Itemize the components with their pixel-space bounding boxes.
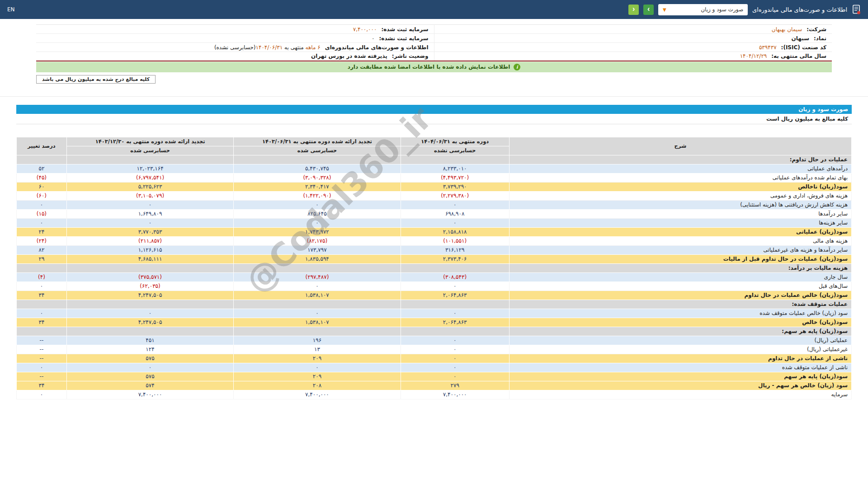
row-value xyxy=(401,155,509,164)
row-value: ۱۳ xyxy=(234,345,401,354)
row-value: ۰ xyxy=(234,218,401,227)
row-value: ۵۷۵ xyxy=(66,372,233,381)
table-row: ناشی از عملیات در حال تداوم۰۲۰۹۵۷۵-- xyxy=(17,354,852,363)
col-subheader-audited-2: حسابرسی شده xyxy=(66,146,233,155)
statement-title-bar: صورت سود و زیان xyxy=(16,105,852,114)
table-row: سایر هزینه‌ها۰۰۰۰ xyxy=(17,218,852,227)
table-row: درآمدهای عملیاتی۸,۲۳۳,۰۱۰۵,۴۳۰,۷۴۵۱۲,۰۲۳… xyxy=(17,164,852,173)
info-value: ۰ xyxy=(372,35,374,42)
info-cell: وضعیت ناشر:پذیرفته شده در بورس تهران xyxy=(36,52,434,61)
row-value: (۸۲,۱۷۵) xyxy=(234,236,401,245)
row-value: (۴,۴۹۳,۷۲۰) xyxy=(401,173,509,182)
info-value: پذیرفته شده در بورس تهران xyxy=(311,53,387,59)
row-value: ۱۹۶ xyxy=(234,336,401,345)
row-change-value xyxy=(17,327,67,336)
prev-report-button[interactable]: ‹ xyxy=(628,5,639,15)
row-value: ۶۹۸,۹۰۸ xyxy=(401,209,509,218)
col-header-period-yearend-restated: تجدید ارائه شده دوره منتهی به ۱۴۰۳/۱۲/۳۰ xyxy=(66,137,233,146)
row-value: ۸,۲۳۳,۰۱۰ xyxy=(401,164,509,173)
statement-table-body: عملیات در حال تداوم:درآمدهای عملیاتی۸,۲۳… xyxy=(17,155,852,399)
row-value: ۰ xyxy=(401,363,509,372)
row-value xyxy=(401,327,509,336)
col-header-period-current: دوره منتهی به ۱۴۰۴/۰۶/۳۱ xyxy=(401,137,509,146)
statement-unit-note: کلیه مبالغ به میلیون ریال است xyxy=(16,114,852,124)
row-value: ۰ xyxy=(234,200,401,209)
row-label: درآمدهای عملیاتی xyxy=(509,164,851,173)
table-row: سود(زیان) عملیات در حال تداوم قبل از مال… xyxy=(17,254,852,263)
row-value: ۴,۲۴۷,۵۰۵ xyxy=(66,318,233,327)
row-change-value: (۶۰) xyxy=(17,191,67,200)
col-header-description: شرح xyxy=(509,137,851,155)
table-row: سود(زیان) خالص عملیات در حال تداوم۲,۰۶۴,… xyxy=(17,291,852,300)
row-value: ۰ xyxy=(401,336,509,345)
row-label: عملیاتی (ریال) xyxy=(509,336,851,345)
row-value: (۲,۲۷۹,۳۸۰) xyxy=(401,191,509,200)
info-label: سال مالی منتهی به: xyxy=(771,53,826,59)
row-label: سرمایه xyxy=(509,390,851,399)
row-label: بهای تمام شده درآمدهای عملیاتی xyxy=(509,173,851,182)
row-change-value: ۰ xyxy=(17,390,67,399)
page-title: اطلاعات و صورت‌های مالی میاندوره‌ای xyxy=(752,6,847,13)
info-label: شرکت: xyxy=(807,26,826,33)
info-cell: نماد:سبهان xyxy=(434,34,832,43)
report-icon xyxy=(852,5,861,14)
row-change-value: ۳۴ xyxy=(17,318,67,327)
table-row: سود(زیان) خالص۲,۰۶۴,۸۶۳۱,۵۳۸,۱۰۷۴,۲۴۷,۵۰… xyxy=(17,318,852,327)
chevron-down-icon: ▼ xyxy=(663,7,666,12)
table-row: سایر درآمدها۶۹۸,۹۰۸۸۲۵,۶۴۵۱,۶۴۹,۸۰۹(۱۵) xyxy=(17,209,852,218)
row-label: سال‌های قبل xyxy=(509,282,851,291)
language-toggle[interactable]: EN xyxy=(7,6,15,13)
row-value: ۰ xyxy=(66,200,233,209)
row-label: هزینه های فروش، اداری و عمومی xyxy=(509,191,851,200)
row-value: (۶,۷۹۷,۵۴۱) xyxy=(66,173,233,182)
info-cell: سرمایه ثبت شده:۷,۴۰۰,۰۰۰ xyxy=(36,25,434,34)
row-value xyxy=(234,300,401,309)
row-label: سود(زیان) عملیاتی xyxy=(509,227,851,236)
col-header-period-prior-restated: تجدید ارائه شده دوره منتهی به ۱۴۰۳/۰۶/۳۱ xyxy=(234,137,401,146)
info-label: سرمایه ثبت شده: xyxy=(381,26,428,33)
row-value: (۳,۰۹۰,۳۲۸) xyxy=(234,173,401,182)
row-value: ۰ xyxy=(401,345,509,354)
table-row: سایر درآمدها و هزینه های غیرعملیاتی۳۱۶,۱… xyxy=(17,245,852,254)
row-change-value: ۳۴ xyxy=(17,291,67,300)
report-type-select[interactable]: صورت سود و زیان ▼ xyxy=(658,4,748,15)
row-label: سایر هزینه‌ها xyxy=(509,218,851,227)
row-change-value: (۱۵) xyxy=(17,209,67,218)
table-row: بهای تمام شده درآمدهای عملیاتی(۴,۴۹۳,۷۲۰… xyxy=(17,173,852,182)
row-label: هزینه های مالی xyxy=(509,236,851,245)
row-value: ۱,۱۲۶,۶۱۵ xyxy=(66,245,233,254)
row-value xyxy=(66,327,233,336)
row-label: سود(زیان) پایه هر سهم: xyxy=(509,327,851,336)
row-value xyxy=(234,327,401,336)
row-value: ۳,۷۳۹,۲۹۰ xyxy=(401,182,509,191)
row-value: ۳۱۶,۱۲۹ xyxy=(401,245,509,254)
row-value: ۰ xyxy=(401,309,509,318)
row-value: ۸۲۵,۶۴۵ xyxy=(234,209,401,218)
info-label: سرمایه ثبت نشده: xyxy=(379,35,429,42)
info-row: شرکت:سیمان بهبهانسرمایه ثبت شده:۷,۴۰۰,۰۰… xyxy=(36,25,832,34)
info-label: وضعیت ناشر: xyxy=(392,53,429,59)
row-label: سود (زیان) خالص هر سهم - ریال xyxy=(509,381,851,390)
row-change-value: ۰ xyxy=(17,282,67,291)
row-value: ۰ xyxy=(234,363,401,372)
table-row: عملیات متوقف شده: xyxy=(17,300,852,309)
info-value: ۶ ماهه منتهی به ۱۴۰۴/۰۶/۳۱(حسابرسی نشده) xyxy=(214,44,321,51)
unit-note-box: کلیه مبالغ درج شده به میلیون ریال می باش… xyxy=(36,75,156,84)
signature-banner: i اطلاعات نمایش داده شده با اطلاعات امضا… xyxy=(36,62,832,72)
row-value: ۰ xyxy=(66,363,233,372)
next-report-button[interactable]: › xyxy=(643,5,654,15)
chevron-right-icon: › xyxy=(647,5,650,13)
table-row: هزینه های فروش، اداری و عمومی(۲,۲۷۹,۳۸۰)… xyxy=(17,191,852,200)
info-label: کد صنعت (ISIC): xyxy=(781,44,826,51)
row-change-value: (۲۴) xyxy=(17,236,67,245)
row-value: ۲,۰۶۴,۸۶۳ xyxy=(401,318,509,327)
row-change-value: ۲۹ xyxy=(17,254,67,263)
row-value: ۰ xyxy=(401,200,509,209)
info-cell: شرکت:سیمان بهبهان xyxy=(434,25,832,34)
row-change-value: ۰ xyxy=(17,200,67,209)
row-value: ۷,۴۰۰,۰۰۰ xyxy=(234,390,401,399)
row-value: ۲,۰۶۴,۸۶۳ xyxy=(401,291,509,300)
row-value: ۲۰۹ xyxy=(234,372,401,381)
signature-banner-text: اطلاعات نمایش داده شده با اطلاعات امضا ش… xyxy=(348,64,510,70)
row-value: (۱۰۱,۵۵۱) xyxy=(401,236,509,245)
